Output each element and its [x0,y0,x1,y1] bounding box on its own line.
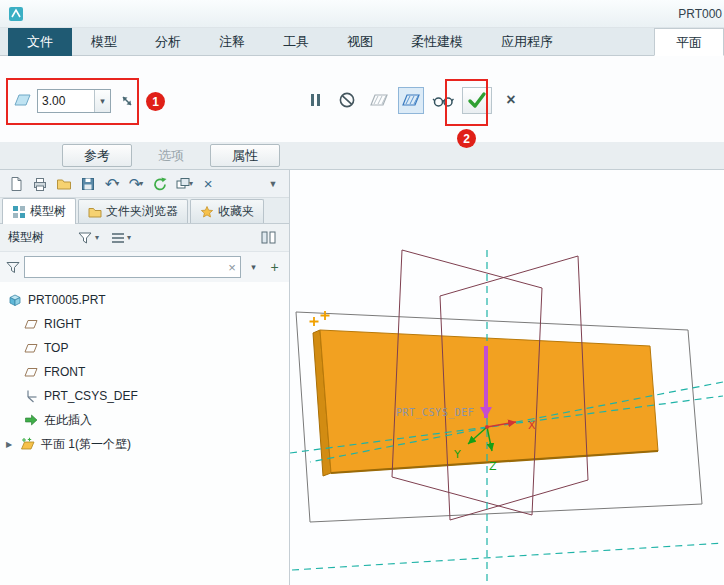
tree-display-button[interactable]: ▾ [107,229,135,247]
glasses-icon [432,91,454,109]
tab-file[interactable]: 文件 [8,28,72,56]
toolbar-collapse-button[interactable]: ▼ [263,173,283,195]
tree-item-label: TOP [44,341,68,355]
tree-item-plane-feature[interactable]: ▶ 平面 1(第一个壁) [0,432,289,456]
flip-direction-button[interactable] [116,89,138,113]
main-area: ↶▾ ↷▾ ▾ × ▼ 模型树 [0,170,724,585]
close-window-button[interactable]: × [198,173,218,195]
tab-annotate[interactable]: 注释 [200,28,264,56]
axis-y-label: Y [453,448,461,461]
tree-item-insert-here[interactable]: 在此插入 [0,408,289,432]
depth-value-input[interactable] [38,90,94,112]
expand-icon[interactable]: ▶ [4,440,14,449]
save-button[interactable] [78,173,98,195]
subtab-options: 选项 [136,144,206,167]
regenerate-button[interactable] [150,173,170,195]
pause-button[interactable] [302,87,328,114]
graphics-area[interactable]: X Y Z PRT_CSYS_DEF [290,170,723,585]
clear-filter-button[interactable]: × [224,260,240,275]
construction-line [292,543,723,570]
pause-icon [311,94,320,106]
tree-item-top[interactable]: TOP [0,336,289,360]
tree-item-front[interactable]: FRONT [0,360,289,384]
redo-button[interactable]: ↷▾ [126,173,146,195]
3d-scene[interactable]: X Y Z PRT_CSYS_DEF [290,170,723,585]
new-file-button[interactable] [6,173,26,195]
csys-label: PRT_CSYS_DEF [396,407,474,419]
tree-item-label: 在此插入 [44,412,92,429]
chevron-down-icon: ▾ [100,96,105,106]
chevron-down-icon: ▾ [139,179,143,188]
ribbon-tab-bar: 文件 模型 分析 注释 工具 视图 柔性建模 应用程序 平面 [0,28,724,56]
tree-item-right[interactable]: RIGHT [0,312,289,336]
axis-z-label: Z [489,460,497,473]
chevron-down-icon: ▼ [269,179,278,189]
tab-model[interactable]: 模型 [72,28,136,56]
tab-analysis[interactable]: 分析 [136,28,200,56]
unattached-preview-button[interactable] [366,87,392,114]
csys-icon [24,389,38,403]
step-1-badge: 1 [146,92,165,111]
model-tree-icon [12,205,26,219]
open-file-button[interactable] [54,173,74,195]
tab-applications[interactable]: 应用程序 [482,28,572,56]
subtab-properties[interactable]: 属性 [210,144,280,167]
chevron-down-icon: ▾ [115,179,119,188]
tree-item-label: PRT0005.PRT [28,293,106,307]
depth-group: ▾ [12,88,138,114]
attached-preview-button[interactable] [398,87,424,114]
window-switch-button[interactable]: ▾ [174,173,194,195]
navigator-tab-model-tree[interactable]: 模型树 [2,198,76,224]
navigator-tab-label: 模型树 [30,203,66,220]
app-icon[interactable] [8,6,24,25]
navigator-tab-label: 文件夹浏览器 [106,203,178,220]
regenerate-icon [152,176,168,192]
depth-value-combo: ▾ [37,89,111,113]
undo-button[interactable]: ↶▾ [102,173,122,195]
columns-icon [261,231,277,244]
navigator-panel: ↶▾ ↷▾ ▾ × ▼ 模型树 [0,170,290,585]
clear-icon: × [228,260,236,275]
datum-plane-icon [24,317,38,331]
tab-flexible-modeling[interactable]: 柔性建模 [392,28,482,56]
tab-plane-contextual[interactable]: 平面 [654,28,724,56]
depth-dropdown-button[interactable]: ▾ [94,90,110,112]
folder-icon [88,205,102,219]
no-preview-button[interactable] [334,87,360,114]
plate-face[interactable] [320,330,658,473]
tree-filter-input[interactable] [25,257,224,277]
verify-button[interactable] [430,87,456,114]
tree-item-part[interactable]: PRT0005.PRT [0,288,289,312]
tree-item-label: RIGHT [44,317,81,331]
wall-feature-icon [20,437,35,451]
filter-dropdown-button[interactable]: ▾ [245,257,262,277]
chevron-down-icon: ▾ [189,179,193,188]
creo-window: PRT000 文件 模型 分析 注释 工具 视图 柔性建模 应用程序 平面 ▾ [0,0,724,585]
star-icon [200,205,214,219]
chevron-down-icon: ▾ [127,233,131,242]
tree-filter-settings-button[interactable]: ▾ [74,228,103,248]
open-folder-icon [56,176,72,192]
print-button[interactable] [30,173,50,195]
plus-icon: + [270,259,278,275]
model-tree-header: 模型树 ▾ ▾ [0,224,289,252]
tab-view[interactable]: 视图 [328,28,392,56]
datum-plane-icon [24,341,38,355]
tree-filter-field: × [24,256,241,278]
step-2-badge: 2 [457,129,476,148]
tree-filter-row: × ▾ + [0,252,289,282]
tree-item-csys[interactable]: PRT_CSYS_DEF [0,384,289,408]
navigator-tab-favorites[interactable]: 收藏夹 [190,199,264,223]
datum-preview-off-icon [369,90,389,110]
navigator-tab-folder-browser[interactable]: 文件夹浏览器 [78,199,188,223]
dashboard-subtab-row: 参考 选项 属性 [0,142,724,170]
add-filter-button[interactable]: + [266,257,283,277]
cancel-button[interactable]: × [498,87,524,114]
chevron-down-icon: ▾ [95,233,99,242]
accept-button[interactable] [462,87,492,114]
dashboard-ribbon: ▾ [0,56,724,142]
tree-columns-button[interactable] [257,228,281,247]
datum-plane-icon [24,365,38,379]
subtab-references[interactable]: 参考 [62,144,132,167]
tab-tools[interactable]: 工具 [264,28,328,56]
